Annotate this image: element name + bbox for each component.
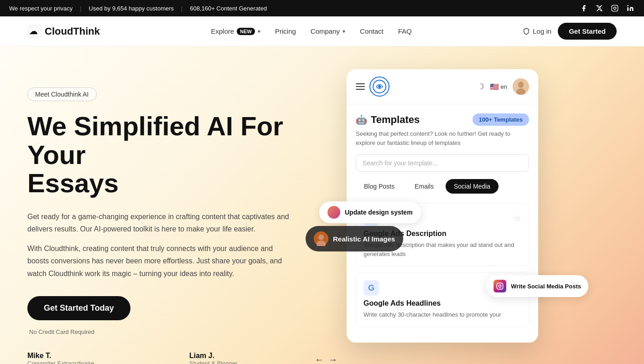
hero-cta-button[interactable]: Get Started Today <box>27 296 130 320</box>
mockup-header-right: ☽ 🇺🇸 en <box>477 78 529 95</box>
float-update-badge: Update design system <box>319 201 421 223</box>
tab-emails[interactable]: Emails <box>406 179 442 194</box>
float-update-label: Update design system <box>345 209 413 216</box>
hero-badge: Meet Cloudthink AI <box>27 87 97 101</box>
float-write-label: Write Social Media Posts <box>511 283 581 290</box>
content-text: 608,160+ Content Generated <box>190 5 267 12</box>
reviewer-2-title: Student & Blogger <box>189 360 238 364</box>
reviews-nav: ← → <box>315 354 338 364</box>
card-2-icon: G <box>364 280 379 296</box>
reviewer-1-name: Mike T. <box>27 352 176 360</box>
card-2-desc: Write catchy 30-character headlines to p… <box>364 310 521 319</box>
reviewer-1-title: Copywriter Extraordinaire <box>27 360 176 364</box>
top-bar: We respect your privacy | Used by 9,654 … <box>0 0 644 16</box>
tab-blog-posts[interactable]: Blog Posts <box>356 179 403 194</box>
templates-desc: Seeking that perfect content? Look no fu… <box>356 129 529 147</box>
hamburger-icon[interactable] <box>356 83 365 90</box>
float-update-avatar <box>327 206 340 219</box>
explore-chevron: ▾ <box>258 28 260 35</box>
svg-point-2 <box>616 6 617 7</box>
svg-point-17 <box>501 284 502 285</box>
logo[interactable]: ☁ CloudThink <box>27 24 100 39</box>
tab-social-media[interactable]: Social Media <box>446 179 499 194</box>
nav-pricing[interactable]: Pricing <box>270 25 301 38</box>
review-2: Liam J. Student & Blogger ← → ★★★★★ Hone… <box>189 352 338 364</box>
float-ai-images-label: Realistic AI Images <box>333 235 395 243</box>
svg-point-1 <box>613 7 616 9</box>
separator-1: | <box>80 5 81 12</box>
templates-count-badge: 100+ Templates <box>473 113 529 126</box>
linkedin-icon[interactable] <box>626 4 635 13</box>
nav-links: Explore NEW ▾ Pricing Company ▾ Contact … <box>205 25 417 38</box>
hero-desc-2: With Cloudthink, creating content that t… <box>27 242 292 280</box>
svg-point-10 <box>518 82 524 88</box>
nav-contact[interactable]: Contact <box>354 25 389 38</box>
card-1-star-icon[interactable]: ☆ <box>514 213 521 223</box>
facebook-icon[interactable] <box>579 4 588 13</box>
mockup-tabs: Blog Posts Emails Social Media <box>356 179 529 194</box>
privacy-text: We respect your privacy <box>9 5 73 12</box>
nav-right: Log in Get Started <box>523 23 617 40</box>
svg-text:☁: ☁ <box>29 27 37 36</box>
template-search-input[interactable]: Search for your template... <box>356 154 529 172</box>
reviews-next-button[interactable]: → <box>328 354 338 364</box>
svg-rect-15 <box>497 283 503 289</box>
mockup-body: 🤖 Templates 100+ Templates Seeking that … <box>347 104 538 343</box>
reviews-grid: Mike T. Copywriter Extraordinaire ★★★★★ … <box>27 352 338 364</box>
reviewer-2-name: Liam J. <box>189 352 238 360</box>
mockup-logo-circle <box>369 77 390 97</box>
templates-title: 🤖 Templates <box>356 114 420 126</box>
svg-point-4 <box>627 5 628 6</box>
hero-section: Meet Cloudthink AI We Simplified AI For … <box>0 46 644 364</box>
hero-title: We Simplified AI For Your Essays <box>27 112 338 198</box>
float-ai-avatar <box>314 231 328 246</box>
mockup-logo-area <box>356 77 390 97</box>
nav-company[interactable]: Company ▾ <box>305 25 351 38</box>
navbar: ☁ CloudThink Explore NEW ▾ Pricing Compa… <box>0 16 644 46</box>
login-button[interactable]: Log in <box>523 27 551 35</box>
hero-desc-1: Get ready for a game-changing experience… <box>27 210 292 235</box>
svg-rect-3 <box>627 7 628 11</box>
social-links <box>579 4 635 13</box>
hero-left: Meet Cloudthink AI We Simplified AI For … <box>27 74 338 364</box>
no-credit-card-text: No Credit Card Required <box>29 328 338 335</box>
twitter-x-icon[interactable] <box>595 4 604 13</box>
float-ai-images-badge: Realistic AI Images <box>306 226 403 251</box>
svg-point-16 <box>499 285 501 287</box>
nav-faq[interactable]: FAQ <box>393 25 417 38</box>
nav-explore[interactable]: Explore NEW ▾ <box>205 25 266 38</box>
dark-mode-icon[interactable]: ☽ <box>477 82 484 92</box>
card-2-title: Google Ads Headlines <box>364 299 521 308</box>
reviews-prev-button[interactable]: ← <box>315 354 324 364</box>
separator-2: | <box>181 5 182 12</box>
review-1: Mike T. Copywriter Extraordinaire ★★★★★ … <box>27 352 176 364</box>
nav-get-started-button[interactable]: Get Started <box>558 23 617 40</box>
company-chevron: ▾ <box>343 28 345 35</box>
customers-text: Used by 9,654 happy customers <box>89 5 174 12</box>
reviews-section: Mike T. Copywriter Extraordinaire ★★★★★ … <box>27 352 338 364</box>
language-selector[interactable]: 🇺🇸 en <box>490 82 507 91</box>
instagram-icon[interactable] <box>610 4 619 13</box>
user-avatar[interactable] <box>513 78 529 95</box>
mockup-header: ☽ 🇺🇸 en <box>347 69 538 104</box>
svg-point-13 <box>318 235 324 240</box>
float-write-badge: Write Social Media Posts <box>486 275 588 297</box>
float-instagram-icon <box>493 280 506 292</box>
svg-rect-0 <box>612 5 618 11</box>
top-bar-left: We respect your privacy | Used by 9,654 … <box>9 5 267 12</box>
svg-point-8 <box>378 85 381 88</box>
hero-right: Update design system <box>347 69 575 343</box>
templates-header: 🤖 Templates 100+ Templates <box>356 113 529 126</box>
new-badge: NEW <box>237 28 255 35</box>
logo-text: CloudThink <box>45 26 100 37</box>
